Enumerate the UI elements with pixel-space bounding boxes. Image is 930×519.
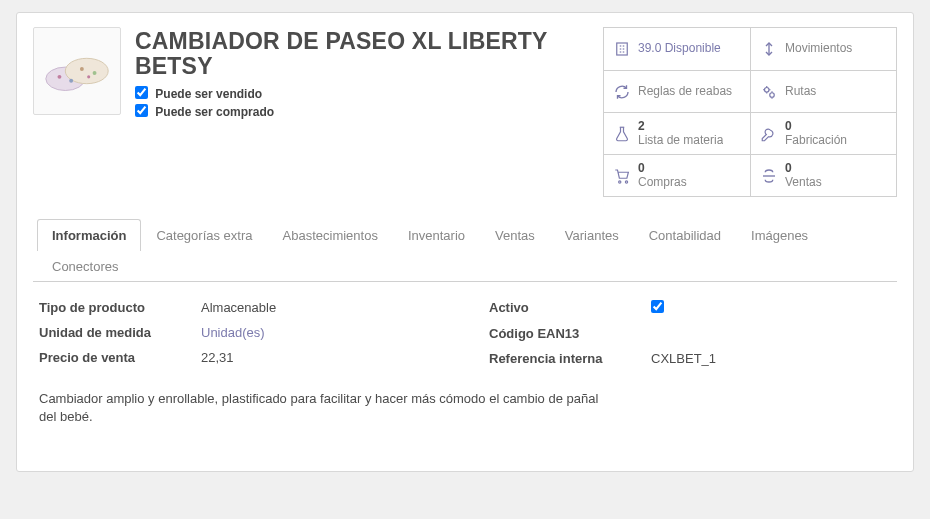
fields-row: Tipo de producto Almacenable Unidad de m… — [39, 300, 891, 366]
svg-point-5 — [93, 71, 97, 75]
svg-point-3 — [69, 79, 73, 83]
product-image[interactable] — [33, 27, 121, 115]
label-internal-ref: Referencia interna — [489, 351, 641, 366]
product-image-icon — [38, 32, 116, 110]
can-be-purchased-checkbox[interactable] — [135, 104, 148, 117]
stat-movements-label: Movimientos — [785, 42, 852, 55]
tabs: Información Categorías extra Abastecimie… — [33, 219, 897, 282]
label-ean13: Código EAN13 — [489, 326, 641, 341]
header-row: CAMBIADOR DE PASEO XL LIBERTY BETSY Pued… — [33, 27, 897, 197]
cogs-icon — [759, 83, 779, 101]
stat-routes-label: Rutas — [785, 85, 816, 98]
stat-bom-value: 2 — [638, 120, 723, 133]
stat-routes[interactable]: Rutas — [750, 70, 896, 112]
stat-sales-label: Ventas — [785, 176, 822, 189]
can-be-sold-checkbox[interactable] — [135, 86, 148, 99]
arrows-vertical-icon — [759, 40, 779, 58]
flask-icon — [612, 125, 632, 143]
svg-point-6 — [87, 75, 90, 78]
tab-connectors[interactable]: Conectores — [37, 250, 133, 282]
product-description: Cambiador amplio y enrollable, plastific… — [39, 390, 599, 426]
refresh-icon — [612, 83, 632, 101]
stat-available[interactable]: 39.0 Disponible — [604, 28, 750, 70]
value-ean13 — [651, 326, 891, 341]
stat-purchases-value: 0 — [638, 162, 687, 175]
value-uom[interactable]: Unidad(es) — [201, 325, 459, 340]
stat-manufacture-value: 0 — [785, 120, 847, 133]
stat-sales[interactable]: 0 Ventas — [750, 154, 896, 196]
label-product-type: Tipo de producto — [39, 300, 191, 315]
svg-point-16 — [770, 92, 775, 97]
stat-bom-label: Lista de materia — [638, 134, 723, 147]
fields-left: Tipo de producto Almacenable Unidad de m… — [39, 300, 459, 366]
stat-reorder-label: Reglas de reabas — [638, 85, 732, 98]
tab-extra-categories[interactable]: Categorías extra — [141, 219, 267, 251]
active-checkbox[interactable] — [651, 300, 664, 313]
svg-point-2 — [58, 75, 62, 79]
tab-inventory[interactable]: Inventario — [393, 219, 480, 251]
stat-manufacture-label: Fabricación — [785, 134, 847, 147]
stat-available-value: 39.0 — [638, 42, 661, 55]
wrench-icon — [759, 125, 779, 143]
can-be-sold-row: Puede ser vendido — [135, 86, 595, 101]
label-sale-price: Precio de venta — [39, 350, 191, 365]
svg-point-15 — [765, 87, 770, 92]
stat-reorder-rules[interactable]: Reglas de reabas — [604, 70, 750, 112]
stat-buttons: 39.0 Disponible Movimientos Reglas de re… — [603, 27, 897, 197]
stat-available-label: Disponible — [665, 42, 721, 55]
label-active: Activo — [489, 300, 641, 316]
tab-sales[interactable]: Ventas — [480, 219, 550, 251]
tab-accounting[interactable]: Contabilidad — [634, 219, 736, 251]
svg-rect-7 — [617, 43, 628, 55]
value-active — [651, 300, 891, 316]
tab-information[interactable]: Información — [37, 219, 141, 251]
value-product-type: Almacenable — [201, 300, 459, 315]
stat-purchases[interactable]: 0 Compras — [604, 154, 750, 196]
can-be-purchased-row: Puede ser comprado — [135, 104, 595, 119]
tab-variants[interactable]: Variantes — [550, 219, 634, 251]
tab-content-information: Tipo de producto Almacenable Unidad de m… — [33, 282, 897, 426]
stat-manufacture[interactable]: 0 Fabricación — [750, 112, 896, 154]
stat-purchases-label: Compras — [638, 176, 687, 189]
value-internal-ref: CXLBET_1 — [651, 351, 891, 366]
product-form-sheet: CAMBIADOR DE PASEO XL LIBERTY BETSY Pued… — [16, 12, 914, 472]
can-be-sold-label: Puede ser vendido — [155, 87, 262, 101]
fields-right: Activo Código EAN13 Referencia interna C… — [489, 300, 891, 366]
tab-procurements[interactable]: Abastecimientos — [268, 219, 393, 251]
product-title: CAMBIADOR DE PASEO XL LIBERTY BETSY — [135, 29, 595, 80]
tab-images[interactable]: Imágenes — [736, 219, 823, 251]
can-be-purchased-label: Puede ser comprado — [155, 105, 274, 119]
value-sale-price: 22,31 — [201, 350, 459, 365]
svg-point-24 — [625, 180, 627, 182]
building-icon — [612, 40, 632, 58]
label-uom: Unidad de medida — [39, 325, 191, 340]
svg-point-23 — [619, 180, 621, 182]
cart-icon — [612, 167, 632, 185]
stat-movements[interactable]: Movimientos — [750, 28, 896, 70]
title-block: CAMBIADOR DE PASEO XL LIBERTY BETSY Pued… — [135, 27, 595, 122]
strikethrough-icon — [759, 167, 779, 185]
stat-sales-value: 0 — [785, 162, 822, 175]
stat-bom[interactable]: 2 Lista de materia — [604, 112, 750, 154]
svg-point-4 — [80, 67, 84, 71]
